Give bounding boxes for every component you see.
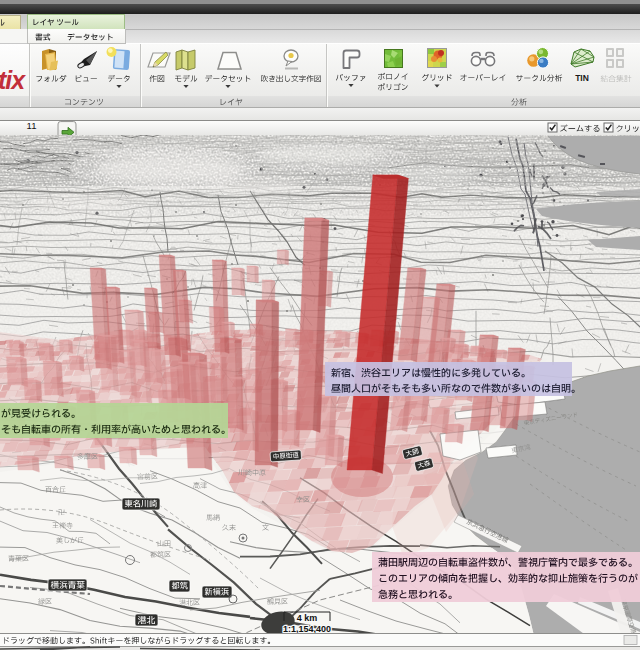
svg-text:4 km: 4 km: [297, 613, 318, 623]
svg-text:11: 11: [27, 120, 37, 131]
svg-text:TIN: TIN: [575, 73, 589, 83]
svg-text:1:1,154,400: 1:1,154,400: [283, 624, 331, 634]
